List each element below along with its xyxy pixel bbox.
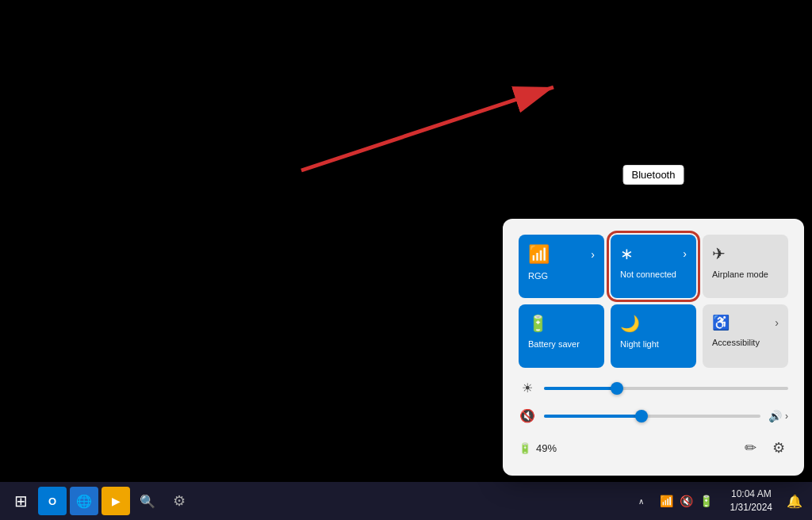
bluetooth-chevron-icon[interactable]: ›	[683, 247, 687, 260]
clock-time: 10:04 AM	[731, 488, 772, 501]
volume-slider-row: 🔇 🔊 ›	[519, 408, 788, 423]
battery-saver-icon: 🔋	[528, 314, 548, 333]
battery-icon: 🔋	[519, 442, 531, 454]
night-light-icon: 🌙	[620, 314, 640, 333]
system-tray-expand[interactable]: ∧	[634, 494, 649, 509]
battery-percent: 49%	[536, 442, 557, 454]
sys-tray-icons[interactable]: 📶 🔇 🔋	[653, 491, 719, 510]
brightness-icon: ☀	[519, 380, 536, 396]
wifi-sys-icon: 📶	[660, 495, 673, 507]
sliders-section: ☀ 🔇 🔊 ›	[519, 380, 788, 423]
volume-right-control[interactable]: 🔊 ›	[768, 410, 788, 422]
accessibility-icon: ♿	[712, 314, 730, 331]
panel-actions: ✏ ⚙	[741, 436, 788, 460]
brightness-thumb[interactable]	[611, 382, 623, 395]
night-light-label: Night light	[620, 339, 659, 349]
bluetooth-tile[interactable]: Bluetooth ∗ › Not connected	[611, 235, 696, 298]
brightness-track[interactable]	[544, 387, 788, 390]
taskbar: ⊞ O 🌐 ▶ 🔍 ⚙ ∧ 📶 🔇 🔋 10:04 AM 1/31/2024	[0, 482, 812, 520]
clock-date: 1/31/2024	[730, 501, 772, 514]
poly-icon: ▶	[112, 495, 121, 507]
outlook-icon: O	[48, 495, 56, 507]
wifi-tile[interactable]: 📶 › RGG	[519, 235, 604, 298]
battery-saver-label: Battery saver	[528, 339, 580, 349]
airplane-tile[interactable]: ✈ Airplane mode	[703, 235, 788, 298]
settings-icon: ⚙	[173, 492, 186, 510]
vpn-taskbar-icon[interactable]: 🌐	[70, 487, 98, 515]
accessibility-label: Accessibility	[712, 338, 760, 347]
volume-sys-icon: 🔇	[680, 495, 693, 507]
notification-bell-icon[interactable]: 🔔	[783, 491, 806, 512]
vpn-icon: 🌐	[76, 494, 92, 509]
poly-taskbar-icon[interactable]: ▶	[102, 487, 130, 515]
svg-line-1	[301, 87, 553, 170]
battery-sys-icon: 🔋	[699, 495, 713, 507]
taskbar-right: ∧ 📶 🔇 🔋 10:04 AM 1/31/2024 🔔	[634, 484, 806, 518]
night-light-tile[interactable]: 🌙 Night light	[611, 304, 696, 368]
panel-bottom: 🔋 49% ✏ ⚙	[519, 436, 788, 460]
wifi-label: RGG	[528, 271, 548, 281]
volume-chevron-icon[interactable]: ›	[785, 411, 788, 422]
bluetooth-icon: ∗	[620, 244, 634, 263]
wifi-icon: 📶	[528, 244, 550, 265]
tiles-grid: 📶 › RGG Bluetooth ∗ › Not connected ✈ Ai…	[519, 235, 788, 368]
bluetooth-tooltip: Bluetooth	[623, 165, 684, 185]
settings-button[interactable]: ⚙	[769, 436, 788, 460]
start-button[interactable]: ⊞	[6, 487, 35, 515]
brightness-slider-row: ☀	[519, 380, 788, 396]
edit-button[interactable]: ✏	[741, 436, 760, 460]
start-icon: ⊞	[14, 491, 28, 510]
settings-taskbar-icon[interactable]: ⚙	[165, 487, 193, 515]
volume-thumb[interactable]	[635, 410, 648, 422]
outlook-taskbar-icon[interactable]: O	[38, 487, 67, 515]
battery-saver-tile[interactable]: 🔋 Battery saver	[519, 304, 604, 368]
search-taskbar-icon[interactable]: 🔍	[133, 487, 162, 515]
volume-right-icon: 🔊	[768, 410, 782, 422]
wifi-chevron-icon[interactable]: ›	[591, 248, 595, 261]
volume-fill	[544, 415, 642, 418]
airplane-icon: ✈	[712, 244, 726, 263]
accessibility-tile[interactable]: ♿ › Accessibility	[703, 304, 788, 368]
taskbar-left: ⊞ O 🌐 ▶ 🔍 ⚙	[6, 487, 193, 515]
quick-settings-panel: 📶 › RGG Bluetooth ∗ › Not connected ✈ Ai…	[503, 219, 804, 476]
volume-muted-icon: 🔇	[519, 408, 536, 423]
volume-track[interactable]	[544, 415, 760, 418]
brightness-fill	[544, 387, 617, 390]
battery-info: 🔋 49%	[519, 442, 557, 454]
taskbar-clock[interactable]: 10:04 AM 1/31/2024	[724, 484, 779, 518]
accessibility-chevron-icon[interactable]: ›	[775, 316, 779, 329]
search-icon: 🔍	[140, 494, 155, 509]
airplane-label: Airplane mode	[712, 270, 768, 279]
bluetooth-label: Not connected	[620, 270, 676, 279]
